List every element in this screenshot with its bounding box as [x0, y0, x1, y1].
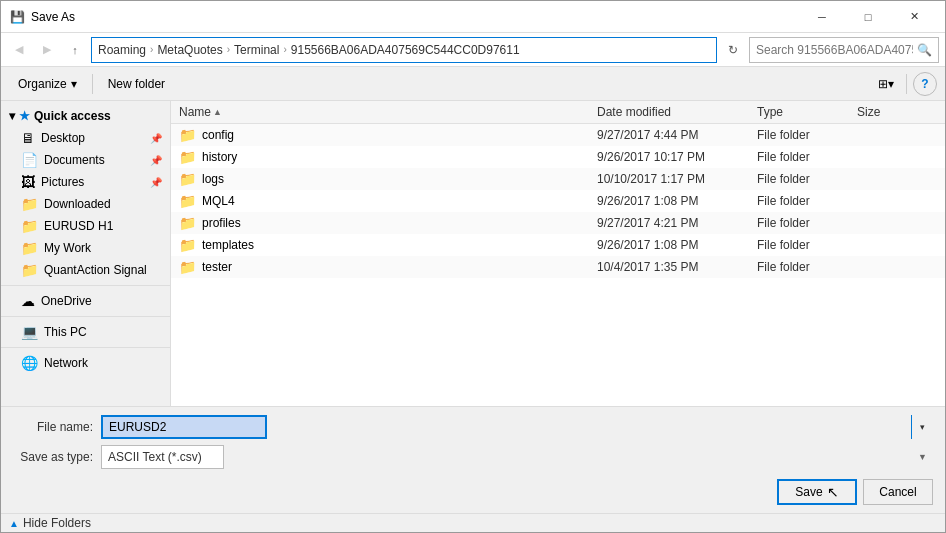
file-name: config [202, 128, 234, 142]
file-date: 9/27/2017 4:21 PM [597, 216, 757, 230]
path-sep-2: › [227, 44, 230, 55]
folder-icon: 📁 [179, 127, 196, 143]
file-name: MQL4 [202, 194, 235, 208]
onedrive-icon: ☁ [21, 293, 35, 309]
file-type: File folder [757, 260, 857, 274]
sidebar-item-quantaction[interactable]: 📁 QuantAction Signal [1, 259, 170, 281]
file-type: File folder [757, 128, 857, 142]
downloaded-folder-icon: 📁 [21, 196, 38, 212]
maximize-button[interactable]: □ [845, 1, 891, 33]
table-row[interactable]: 📁 config 9/27/2017 4:44 PM File folder [171, 124, 945, 146]
close-button[interactable]: ✕ [891, 1, 937, 33]
hide-folders-row[interactable]: ▲ Hide Folders [1, 513, 945, 532]
quick-access-label: Quick access [34, 109, 111, 123]
address-path[interactable]: Roaming › MetaQuotes › Terminal › 915566… [91, 37, 717, 63]
path-part-2: MetaQuotes [157, 43, 222, 57]
sidebar-item-pictures-label: Pictures [41, 175, 84, 189]
forward-button[interactable]: ▶ [35, 38, 59, 62]
file-name-cell: 📁 history [179, 149, 597, 165]
file-date: 9/26/2017 1:08 PM [597, 238, 757, 252]
main-area: ▾ ★ Quick access 🖥 Desktop 📌 📄 Documents… [1, 101, 945, 406]
sidebar-item-mywork[interactable]: 📁 My Work [1, 237, 170, 259]
title-bar-controls: ─ □ ✕ [799, 1, 937, 33]
col-size-label: Size [857, 105, 880, 119]
sidebar-item-network[interactable]: 🌐 Network [1, 352, 170, 374]
sidebar-item-eurusd-label: EURUSD H1 [44, 219, 113, 233]
view-button[interactable]: ⊞ ▾ [872, 71, 900, 97]
address-bar: ◀ ▶ ↑ Roaming › MetaQuotes › Terminal › … [1, 33, 945, 67]
folder-icon: 📁 [179, 237, 196, 253]
file-name-cell: 📁 config [179, 127, 597, 143]
sidebar-item-onedrive-label: OneDrive [41, 294, 92, 308]
search-input[interactable] [756, 43, 913, 57]
file-date: 10/10/2017 1:17 PM [597, 172, 757, 186]
search-box[interactable]: 🔍 [749, 37, 939, 63]
table-row[interactable]: 📁 templates 9/26/2017 1:08 PM File folde… [171, 234, 945, 256]
saveastype-select[interactable]: ASCII Text (*.csv) [101, 445, 224, 469]
quick-access-header[interactable]: ▾ ★ Quick access [1, 105, 170, 127]
saveastype-label: Save as type: [13, 450, 93, 464]
organize-button[interactable]: Organize ▾ [9, 71, 86, 97]
sidebar-item-thispc[interactable]: 💻 This PC [1, 321, 170, 343]
save-label: Save [795, 485, 822, 499]
sort-arrow-icon: ▲ [213, 107, 222, 117]
cancel-button[interactable]: Cancel [863, 479, 933, 505]
chevron-down-icon: ▾ [9, 109, 15, 123]
up-button[interactable]: ↑ [63, 38, 87, 62]
sidebar-item-downloaded[interactable]: 📁 Downloaded [1, 193, 170, 215]
title-bar: 💾 Save As ─ □ ✕ [1, 1, 945, 33]
pin-icon-pictures: 📌 [150, 177, 162, 188]
pictures-icon: 🖼 [21, 174, 35, 190]
documents-icon: 📄 [21, 152, 38, 168]
pin-icon-desktop: 📌 [150, 133, 162, 144]
table-row[interactable]: 📁 MQL4 9/26/2017 1:08 PM File folder [171, 190, 945, 212]
refresh-button[interactable]: ↻ [721, 38, 745, 62]
folder-icon: 📁 [179, 193, 196, 209]
col-name-label: Name [179, 105, 211, 119]
desktop-icon: 🖥 [21, 130, 35, 146]
file-name-cell: 📁 MQL4 [179, 193, 597, 209]
file-name-cell: 📁 templates [179, 237, 597, 253]
col-header-size[interactable]: Size [857, 105, 937, 119]
file-name-cell: 📁 tester [179, 259, 597, 275]
filename-label: File name: [13, 420, 93, 434]
file-type: File folder [757, 216, 857, 230]
file-name: tester [202, 260, 232, 274]
table-row[interactable]: 📁 tester 10/4/2017 1:35 PM File folder [171, 256, 945, 278]
thispc-icon: 💻 [21, 324, 38, 340]
path-sep-1: › [150, 44, 153, 55]
organize-label: Organize [18, 77, 67, 91]
sidebar-divider-3 [1, 347, 170, 348]
save-cursor-icon: ↖ [827, 484, 839, 500]
table-row[interactable]: 📁 logs 10/10/2017 1:17 PM File folder [171, 168, 945, 190]
new-folder-label: New folder [108, 77, 165, 91]
filename-input[interactable] [101, 415, 267, 439]
table-row[interactable]: 📁 history 9/26/2017 10:17 PM File folder [171, 146, 945, 168]
sidebar-item-onedrive[interactable]: ☁ OneDrive [1, 290, 170, 312]
sidebar-item-documents-label: Documents [44, 153, 105, 167]
file-name: profiles [202, 216, 241, 230]
sidebar-item-eurusd[interactable]: 📁 EURUSD H1 [1, 215, 170, 237]
file-type: File folder [757, 172, 857, 186]
hide-folders-label: Hide Folders [23, 516, 91, 530]
minimize-button[interactable]: ─ [799, 1, 845, 33]
title-bar-icon: 💾 [9, 9, 25, 25]
col-type-label: Type [757, 105, 783, 119]
sidebar-item-desktop[interactable]: 🖥 Desktop 📌 [1, 127, 170, 149]
filename-dropdown-arrow-icon[interactable]: ▾ [911, 415, 933, 439]
file-date: 9/26/2017 10:17 PM [597, 150, 757, 164]
col-header-type[interactable]: Type [757, 105, 857, 119]
help-button[interactable]: ? [913, 72, 937, 96]
back-button[interactable]: ◀ [7, 38, 31, 62]
table-row[interactable]: 📁 profiles 9/27/2017 4:21 PM File folder [171, 212, 945, 234]
sidebar-item-pictures[interactable]: 🖼 Pictures 📌 [1, 171, 170, 193]
sidebar-item-documents[interactable]: 📄 Documents 📌 [1, 149, 170, 171]
filename-input-wrapper: ▾ [101, 415, 933, 439]
sidebar-item-thispc-label: This PC [44, 325, 87, 339]
save-button[interactable]: Save ↖ [777, 479, 857, 505]
new-folder-button[interactable]: New folder [99, 71, 174, 97]
mywork-folder-icon: 📁 [21, 240, 38, 256]
col-header-name[interactable]: Name ▲ [179, 105, 597, 119]
col-header-date[interactable]: Date modified [597, 105, 757, 119]
bottom-bar: File name: ▾ Save as type: ASCII Text (*… [1, 406, 945, 513]
